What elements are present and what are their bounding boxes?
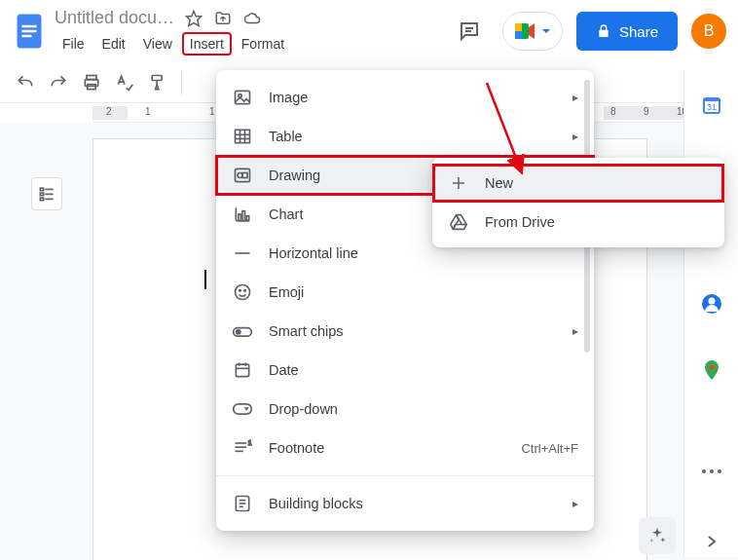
hide-panel-chevron-icon[interactable] [699, 534, 724, 549]
drawing-submenu: New From Drive [432, 158, 724, 247]
docs-logo[interactable] [12, 8, 47, 55]
ruler-tick: 1 [209, 106, 215, 117]
footnote-icon: 1 [232, 437, 253, 459]
svg-rect-3 [22, 35, 32, 38]
svg-point-49 [240, 290, 241, 292]
side-panel: 31 [683, 70, 738, 557]
more-addons-icon[interactable] [699, 467, 724, 475]
menu-label: Emoji [269, 284, 304, 300]
submenu-arrow-icon: ▸ [572, 130, 578, 143]
contacts-addon-icon[interactable] [699, 292, 724, 316]
caret-down-icon [540, 25, 552, 37]
move-folder-icon[interactable] [213, 9, 233, 28]
menu-bar: File Edit View Insert Format [55, 32, 292, 56]
text-cursor [204, 270, 206, 289]
svg-text:1: 1 [248, 439, 252, 446]
insert-footnote-item[interactable]: 1 Footnote Ctrl+Alt+F [216, 429, 594, 467]
svg-rect-46 [246, 216, 249, 221]
drawing-new-item[interactable]: New [432, 164, 724, 203]
menu-label: Building blocks [269, 496, 363, 511]
undo-button[interactable] [12, 69, 39, 96]
menu-edit[interactable]: Edit [94, 32, 133, 56]
menu-label: New [485, 175, 513, 191]
insert-image-item[interactable]: Image ▸ [216, 78, 594, 117]
insert-date-item[interactable]: Date [216, 351, 594, 390]
drawing-icon [232, 165, 253, 186]
paint-format-button[interactable] [144, 69, 171, 96]
meet-button[interactable] [502, 12, 563, 51]
svg-rect-45 [242, 211, 245, 221]
svg-rect-53 [236, 364, 248, 377]
ruler-tick: 8 [610, 106, 616, 117]
print-button[interactable] [78, 69, 105, 96]
menu-label: Date [269, 362, 299, 378]
menu-shortcut: Ctrl+Alt+F [521, 441, 578, 456]
ruler-tick: 1 [145, 106, 151, 117]
image-icon [232, 87, 253, 108]
svg-rect-14 [152, 76, 162, 81]
svg-rect-41 [242, 173, 247, 178]
show-outline-button[interactable] [31, 177, 62, 210]
menu-label: Footnote [269, 440, 324, 456]
submenu-arrow-icon: ▸ [572, 497, 578, 510]
svg-rect-2 [22, 30, 37, 33]
smart-chips-icon [232, 320, 253, 342]
menu-file[interactable]: File [55, 32, 92, 56]
menu-label: Horizontal line [269, 245, 358, 261]
insert-smart-chips-item[interactable]: Smart chips ▸ [216, 312, 594, 351]
account-avatar[interactable]: B [691, 14, 726, 49]
calendar-addon-icon[interactable]: 31 [699, 93, 724, 117]
drawing-from-drive-item[interactable]: From Drive [432, 203, 724, 242]
menu-label: Chart [269, 206, 303, 222]
toolbar-separator [181, 71, 182, 94]
menu-label: Table [269, 129, 303, 144]
svg-rect-44 [239, 214, 241, 221]
insert-dropdown-item[interactable]: Drop-down [216, 390, 594, 429]
drive-icon [448, 211, 469, 233]
spellcheck-button[interactable] [111, 69, 138, 96]
emoji-icon [232, 281, 253, 303]
insert-building-blocks-item[interactable]: Building blocks ▸ [216, 484, 594, 523]
svg-rect-34 [236, 130, 250, 142]
menu-view[interactable]: View [135, 32, 180, 56]
menu-divider [216, 475, 594, 476]
svg-rect-32 [236, 91, 250, 103]
menu-label: Smart chips [269, 323, 344, 339]
svg-rect-57 [234, 404, 252, 414]
svg-rect-15 [40, 188, 43, 191]
maps-addon-icon[interactable] [699, 358, 724, 382]
explore-sparkle-button[interactable] [639, 517, 676, 554]
menu-format[interactable]: Format [234, 32, 292, 56]
menu-label: Drawing [269, 168, 320, 183]
share-button[interactable]: Share [576, 12, 678, 51]
svg-rect-9 [515, 31, 522, 39]
svg-point-28 [709, 365, 714, 370]
cloud-status-icon[interactable] [242, 9, 262, 28]
svg-point-27 [708, 298, 715, 305]
menu-label: Image [269, 90, 308, 105]
lock-icon [596, 23, 611, 39]
star-icon[interactable] [184, 9, 203, 28]
menu-label: From Drive [485, 214, 555, 230]
comment-history-icon[interactable] [450, 12, 489, 51]
insert-menu-dropdown: Image ▸ Table ▸ Drawing ▸ Chart ▸ Horizo… [216, 70, 594, 531]
redo-button[interactable] [45, 69, 72, 96]
insert-emoji-item[interactable]: Emoji [216, 273, 594, 312]
svg-marker-10 [529, 23, 535, 39]
insert-table-item[interactable]: Table ▸ [216, 117, 594, 156]
ruler-tick: 2 [106, 106, 112, 117]
svg-marker-4 [187, 11, 202, 25]
submenu-arrow-icon: ▸ [572, 324, 578, 338]
svg-point-31 [718, 469, 721, 473]
date-icon [232, 359, 253, 381]
document-title[interactable]: Untitled docu… [55, 8, 174, 28]
svg-point-52 [237, 330, 240, 334]
building-blocks-icon [232, 493, 253, 514]
svg-text:31: 31 [706, 102, 716, 112]
avatar-letter: B [704, 22, 715, 40]
svg-point-29 [702, 469, 706, 473]
plus-icon [448, 172, 469, 194]
table-icon [232, 126, 253, 147]
menu-insert[interactable]: Insert [182, 32, 232, 56]
svg-point-48 [236, 285, 250, 300]
